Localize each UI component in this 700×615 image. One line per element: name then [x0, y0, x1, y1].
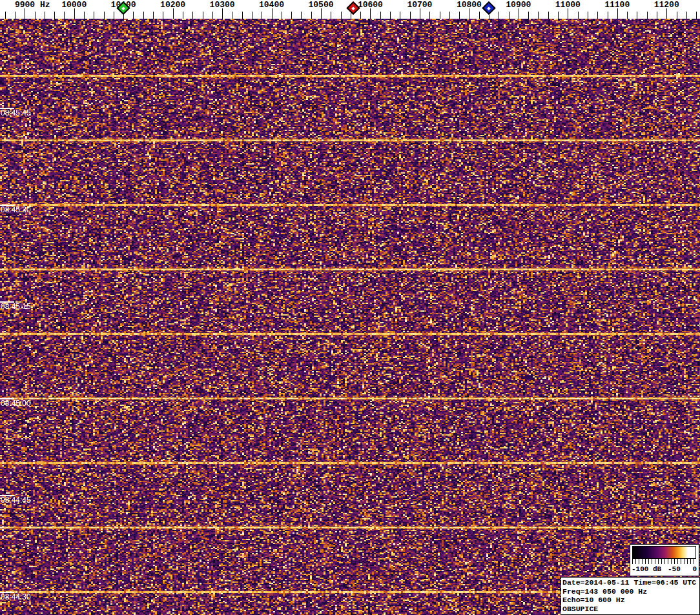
- freq-minor-tick: [311, 12, 312, 19]
- freq-minor-tick: [15, 12, 15, 19]
- freq-label: 10400: [259, 0, 284, 10]
- freq-minor-tick: [509, 12, 510, 19]
- marker-center-dot: [487, 6, 491, 10]
- freq-minor-tick: [64, 12, 65, 19]
- freq-major-tick: [519, 8, 519, 19]
- time-label: 08:45:15: [1, 303, 31, 311]
- freq-minor-tick: [657, 12, 657, 19]
- waterfall-display: [0, 19, 700, 615]
- freq-minor-tick: [5, 12, 6, 19]
- freq-major-tick: [173, 8, 174, 19]
- freq-label: 11000: [555, 0, 581, 10]
- freq-minor-tick: [212, 12, 213, 19]
- freq-minor-tick: [548, 12, 549, 19]
- freq-major-tick: [74, 8, 75, 19]
- legend-min-label: -100 dB: [632, 565, 661, 573]
- freq-minor-tick: [262, 12, 262, 19]
- freq-label: 10000: [61, 0, 87, 10]
- freq-minor-tick: [54, 12, 55, 19]
- freq-label: 10700: [407, 0, 432, 10]
- freq-minor-tick: [301, 12, 302, 19]
- freq-minor-tick: [449, 12, 450, 19]
- freq-minor-tick: [94, 12, 94, 19]
- freq-minor-tick: [696, 12, 697, 19]
- freq-minor-tick: [163, 12, 163, 19]
- freq-minor-tick: [331, 12, 331, 19]
- color-scale-legend: -100 dB -50 0: [630, 544, 699, 576]
- freq-minor-tick: [192, 12, 193, 19]
- time-label: 08:45:00: [1, 399, 31, 408]
- color-gradient-bar: [632, 546, 696, 559]
- freq-minor-tick: [459, 12, 460, 19]
- marker-center-dot: [351, 6, 355, 10]
- freq-major-tick: [420, 8, 420, 19]
- freq-label: 9900 Hz: [15, 0, 50, 10]
- freq-minor-tick: [479, 12, 480, 19]
- freq-major-tick: [617, 8, 618, 19]
- freq-minor-tick: [35, 12, 36, 19]
- freq-major-tick: [568, 8, 568, 19]
- freq-minor-tick: [114, 12, 114, 19]
- freq-minor-tick: [84, 12, 85, 19]
- freq-label: 10300: [210, 0, 235, 10]
- freq-minor-tick: [252, 12, 252, 19]
- freq-minor-tick: [341, 12, 342, 19]
- freq-minor-tick: [104, 12, 105, 19]
- freq-minor-tick: [588, 12, 588, 19]
- freq-minor-tick: [360, 12, 361, 19]
- info-frequency: Freq=143 050 000 Hz: [562, 587, 698, 596]
- freq-major-tick: [666, 8, 667, 19]
- freq-minor-tick: [143, 12, 144, 19]
- freq-major-tick: [469, 8, 469, 19]
- info-station: OBSUPICE: [562, 605, 698, 614]
- freq-minor-tick: [410, 12, 411, 19]
- freq-minor-tick: [153, 12, 154, 19]
- freq-minor-tick: [499, 12, 499, 19]
- freq-label: 11100: [604, 0, 630, 10]
- freq-minor-tick: [440, 12, 440, 19]
- freq-major-tick: [370, 8, 371, 19]
- freq-minor-tick: [677, 12, 677, 19]
- time-label: 08:44:45: [1, 496, 31, 505]
- freq-minor-tick: [627, 12, 628, 19]
- freq-label: 10200: [160, 0, 185, 10]
- freq-minor-tick: [291, 12, 292, 19]
- freq-minor-tick: [400, 12, 400, 19]
- freq-label: 10800: [457, 0, 482, 10]
- freq-minor-tick: [133, 12, 134, 19]
- time-label: 08:45:45: [1, 109, 31, 117]
- freq-major-tick: [272, 8, 273, 19]
- freq-minor-tick: [390, 12, 391, 19]
- freq-label: 10600: [358, 0, 383, 10]
- time-label: 08:45:30: [1, 206, 31, 214]
- spectrogram-window: 9900 Hz100001010010200103001040010500106…: [0, 0, 700, 615]
- marker-center-dot: [121, 6, 125, 10]
- freq-minor-tick: [380, 12, 381, 19]
- time-label: 08:44:30: [1, 593, 31, 601]
- freq-minor-tick: [232, 12, 232, 19]
- freq-minor-tick: [242, 12, 243, 19]
- freq-major-tick: [25, 8, 25, 19]
- freq-minor-tick: [597, 12, 598, 19]
- freq-minor-tick: [45, 12, 45, 19]
- freq-label: 11200: [654, 0, 679, 10]
- freq-minor-tick: [528, 12, 529, 19]
- freq-minor-tick: [686, 12, 687, 19]
- observation-info-box: Date=2014-05-11 Time=06:45 UTC Freq=143 …: [561, 577, 700, 615]
- legend-max-label: 0: [692, 565, 697, 573]
- freq-minor-tick: [203, 12, 203, 19]
- info-date-time: Date=2014-05-11 Time=06:45 UTC: [562, 578, 698, 587]
- freq-minor-tick: [647, 12, 648, 19]
- freq-major-tick: [321, 8, 322, 19]
- color-scale-ticks: [632, 559, 696, 564]
- info-echo: Echo=10 600 Hz: [562, 596, 698, 605]
- freq-minor-tick: [608, 12, 608, 19]
- freq-marker-blue[interactable]: [482, 1, 495, 15]
- freq-minor-tick: [637, 12, 637, 19]
- frequency-axis[interactable]: 9900 Hz100001010010200103001040010500106…: [0, 0, 700, 19]
- freq-label: 10900: [506, 0, 531, 10]
- freq-minor-tick: [558, 12, 559, 19]
- freq-major-tick: [222, 8, 223, 19]
- freq-minor-tick: [282, 12, 282, 19]
- legend-mid-label: -50: [668, 565, 681, 573]
